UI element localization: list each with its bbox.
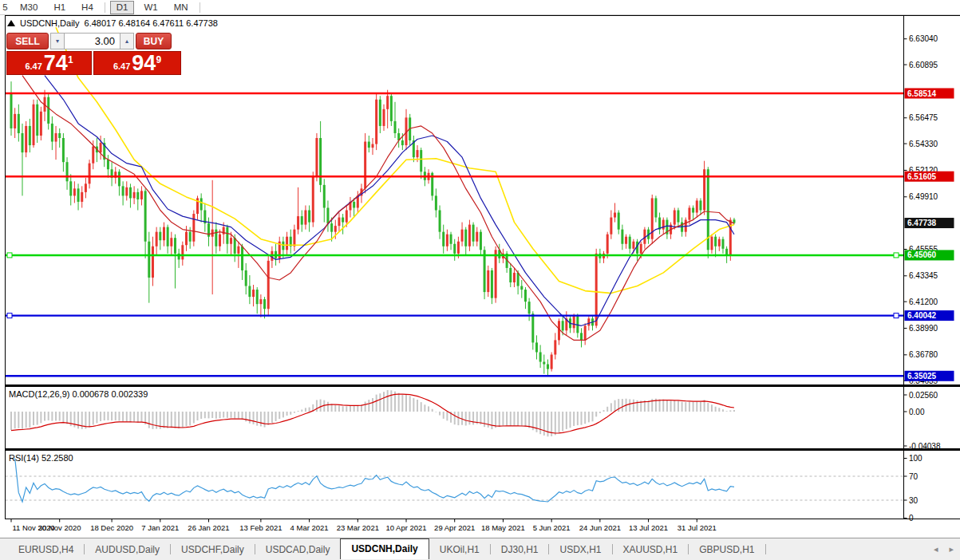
macd-histogram-bar	[223, 412, 224, 417]
sell-button[interactable]: SELL	[6, 33, 49, 49]
macd-histogram-bar	[96, 412, 97, 423]
candle-body	[371, 144, 373, 148]
macd-histogram-bar	[543, 412, 545, 436]
macd-histogram-bar	[279, 412, 280, 419]
candle-body	[625, 237, 627, 244]
macd-histogram-bar	[547, 412, 548, 436]
rsi-tick-label: 70	[909, 472, 919, 481]
macd-histogram-bar	[140, 412, 142, 422]
tab-usdx-h1[interactable]: USDX,H1	[549, 540, 611, 559]
timeframe-button-w1[interactable]: W1	[137, 1, 164, 14]
macd-histogram-bar	[390, 390, 392, 412]
timeframe-button-m5[interactable]: 5	[0, 1, 10, 14]
candle-body	[450, 235, 452, 244]
line-handle[interactable]	[894, 253, 899, 258]
candle-body	[73, 188, 76, 195]
candle-body	[267, 261, 270, 309]
candle-body	[40, 112, 42, 136]
macd-histogram-bar	[614, 400, 616, 412]
timeframe-button-m30[interactable]: M30	[14, 1, 44, 14]
panel-separator[interactable]	[6, 448, 960, 451]
line-handle[interactable]	[7, 314, 12, 318]
macd-tick-label: 0.02560	[909, 391, 938, 400]
price-line-label-text: 6.51605	[907, 172, 937, 181]
timeframe-button-d1[interactable]: D1	[110, 1, 135, 14]
timeframe-button-h4[interactable]: H4	[75, 1, 100, 14]
macd-histogram-bar	[562, 412, 563, 432]
candle-body	[92, 147, 94, 164]
macd-histogram-bar	[365, 402, 366, 412]
lot-size-input[interactable]	[64, 33, 120, 49]
lot-increase-button[interactable]: ▴	[120, 33, 134, 49]
candle-body	[551, 355, 553, 369]
line-handle[interactable]	[894, 314, 899, 318]
macd-histogram-bar	[26, 412, 27, 428]
candle-body	[241, 246, 243, 270]
tab-xauusd-h1[interactable]: XAUUSD,H1	[613, 540, 689, 559]
candle-body	[718, 239, 721, 246]
tab-scroll-right-icon[interactable]: ▸	[949, 544, 954, 554]
candle-body	[107, 160, 109, 169]
tab-gbpusd-h1[interactable]: GBPUSD,H1	[689, 540, 764, 559]
candle-body	[554, 340, 556, 354]
macd-histogram-bar	[227, 412, 228, 418]
macd-histogram-bar	[555, 412, 556, 435]
rsi-tick-label: 0	[909, 514, 914, 523]
macd-histogram-bar	[219, 412, 221, 418]
macd-histogram-bar	[122, 412, 124, 422]
tab-scroll-left-icon[interactable]: ◂	[934, 544, 938, 554]
lot-decrease-button[interactable]: ▾	[50, 33, 64, 49]
tab-usdchf-daily[interactable]: USDCHF,Daily	[171, 540, 255, 559]
candle-body	[714, 237, 717, 246]
one-click-collapse-icon[interactable]	[7, 20, 15, 26]
macd-histogram-bar	[118, 412, 120, 421]
candle-body	[192, 214, 195, 242]
macd-histogram-bar	[33, 412, 34, 425]
price-tick-label: 6.41200	[909, 298, 938, 306]
tab-usdcad-daily[interactable]: USDCAD,Daily	[255, 540, 341, 559]
candle-body	[435, 195, 437, 210]
panel-separator[interactable]	[6, 385, 960, 387]
macd-histogram-bar	[484, 412, 485, 427]
candle-body	[230, 238, 232, 244]
macd-histogram-bar	[405, 395, 407, 412]
tab-dj30-h1[interactable]: DJ30,H1	[491, 540, 549, 559]
price-line-label-text: 6.35025	[907, 372, 937, 381]
candle-body	[326, 207, 329, 223]
tab-eurusd-h4[interactable]: EURUSD,H4	[8, 540, 84, 559]
timeframe-button-h1[interactable]: H1	[47, 1, 72, 14]
macd-histogram-bar	[256, 412, 258, 426]
candle-body	[420, 150, 422, 172]
candle-body	[226, 227, 228, 244]
macd-histogram-bar	[524, 412, 526, 427]
macd-histogram-bar	[577, 412, 579, 425]
tab-audusd-daily[interactable]: AUDUSD,Daily	[85, 540, 170, 559]
sell-price-box[interactable]: 6.47 74 1	[6, 51, 92, 75]
buy-price-big: 94	[132, 52, 156, 74]
candle-body	[122, 186, 124, 195]
macd-histogram-bar	[301, 409, 302, 412]
candle-body	[334, 226, 337, 232]
buy-button[interactable]: BUY	[136, 33, 172, 49]
candle-body	[55, 133, 57, 142]
buy-price-box[interactable]: 6.47 94 9	[93, 51, 181, 75]
chart-tab-bar: EURUSD,H4 AUDUSD,Daily USDCHF,Daily USDC…	[0, 538, 960, 560]
tab-ukoil-h1[interactable]: UKOil,H1	[429, 540, 490, 559]
chart-canvas[interactable]: 6.630406.608956.564756.543306.521206.499…	[5, 15, 960, 538]
line-handle[interactable]	[7, 253, 12, 258]
macd-histogram-bar	[539, 412, 541, 434]
candle-body	[476, 232, 478, 242]
macd-histogram-bar	[267, 412, 269, 425]
macd-histogram-bar	[488, 412, 489, 428]
candle-body	[442, 232, 444, 246]
date-label: 18 May 2021	[481, 523, 525, 532]
macd-histogram-bar	[204, 412, 206, 418]
price-tick-label: 6.49910	[909, 192, 938, 201]
toolbar-divider	[105, 2, 105, 13]
macd-histogram-bar	[413, 398, 414, 412]
macd-histogram-bar	[662, 400, 664, 412]
macd-histogram-bar	[674, 400, 675, 412]
macd-histogram-bar	[111, 412, 113, 420]
tab-usdcnh-daily[interactable]: USDCNH,Daily	[340, 538, 429, 559]
timeframe-button-mn[interactable]: MN	[168, 1, 195, 14]
